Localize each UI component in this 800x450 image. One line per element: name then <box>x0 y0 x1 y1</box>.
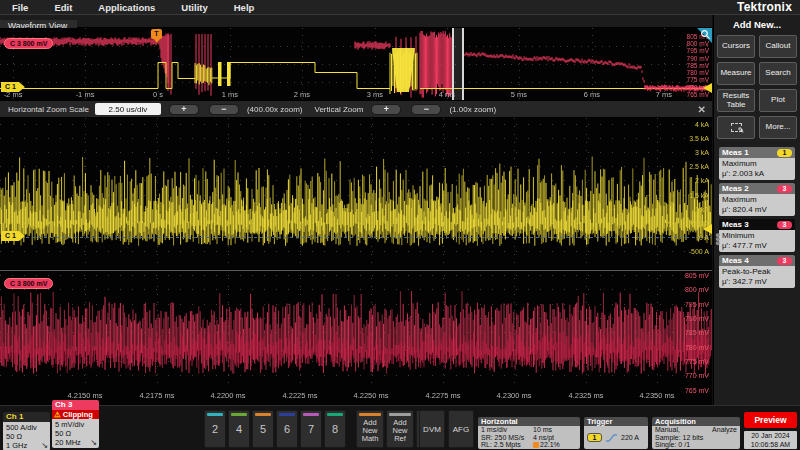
measurement-card[interactable]: Meas 43Peak-to-Peakμ': 342.7 mV <box>719 255 795 288</box>
sidebar-drag-handle[interactable]: ●●● <box>715 233 720 245</box>
overview-ch1-level-arrow[interactable] <box>703 83 712 93</box>
v-zoom-minus-button[interactable]: − <box>411 104 441 115</box>
menu-item-utility[interactable]: Utility <box>181 2 207 13</box>
measurement-card[interactable]: Meas 11Maximumμ': 2.003 kA <box>719 147 795 180</box>
v-zoom-label: Vertical Zoom <box>315 105 364 114</box>
measurement-type: Minimum <box>722 231 792 241</box>
v-zoom-plus-button[interactable]: + <box>371 104 401 115</box>
measurement-type: Maximum <box>722 159 792 169</box>
zoom-ch3-badge[interactable]: C 3 800 mV <box>4 278 53 289</box>
measurement-source-badge: 3 <box>777 257 792 265</box>
add-new-measure[interactable]: Measure <box>717 62 755 85</box>
ch3-badge[interactable]: Ch 3 ⚠ Clipping 5 mV/div 50 Ω 20 MHz ↘ <box>52 400 99 448</box>
channel-7-button[interactable]: 7 <box>300 410 322 448</box>
menu-item-file[interactable]: File <box>12 2 28 13</box>
zoom-trigger-level-arrow[interactable] <box>703 224 712 234</box>
waveform-area: Waveform View -2 ms-1 ms0 s1 ms2 ms3 ms4… <box>0 15 712 405</box>
channel-2-button[interactable]: 2 <box>204 410 226 448</box>
add-new-cursors[interactable]: Cursors <box>717 35 755 58</box>
tekscope-application: FileEditApplicationsUtilityHelp Tektroni… <box>0 0 800 450</box>
add-new-search[interactable]: Search <box>759 62 797 85</box>
add-new-more-[interactable]: More... <box>759 116 797 139</box>
overview-graph[interactable]: -2 ms-1 ms0 s1 ms2 ms3 ms4 ms5 ms6 ms7 m… <box>0 28 712 100</box>
trigger-source-badge: 1 <box>587 433 602 442</box>
trigger-panel[interactable]: Trigger 1 220 A <box>584 417 648 449</box>
ch3-scale: 5 mV/div <box>55 420 96 429</box>
menu-item-applications[interactable]: Applications <box>98 2 155 13</box>
dvm-button[interactable]: DVM <box>419 410 445 448</box>
channel-6-button[interactable]: 6 <box>276 410 298 448</box>
acquisition-panel-body: Manual,Analyze Sample: 12 bits Single: 0… <box>652 426 740 449</box>
h-trigger-position-value: 22.1% <box>540 441 560 448</box>
measurement-value: μ': 477.7 mV <box>722 241 792 251</box>
zoom-ch3-y-tick: 770 mV <box>685 372 709 379</box>
add-new-draw-a-box-button[interactable]: ✎ <box>717 116 755 139</box>
measurement-source-badge: 1 <box>777 149 792 157</box>
measurement-type: Peak-to-Peak <box>722 267 792 277</box>
h-zoom-minus-button[interactable]: − <box>209 104 239 115</box>
menu-item-help[interactable]: Help <box>234 2 255 13</box>
tektronix-logo: Tektronix <box>737 0 792 14</box>
close-zoom-icon[interactable]: ✕ <box>698 104 706 115</box>
zoomed-waveform-graph[interactable]: 4 kA3.5 kA3 kA2.5 kA2 kA1.5 kA1 kA500 A0… <box>0 118 712 405</box>
add-new-plot[interactable]: Plot <box>759 89 797 112</box>
h-record-length: RL: 2.5 Mpts <box>481 441 533 449</box>
menu-item-edit[interactable]: Edit <box>54 2 72 13</box>
overview-x-tick: 6 ms <box>584 90 600 99</box>
zoom-ch3-y-tick: 780 mV <box>685 344 709 351</box>
h-window: 10 ms <box>533 426 552 434</box>
time-value: 10:06:58 AM <box>744 441 797 450</box>
zoom-scale-bar: Horizontal Zoom Scale + − (400.00x zoom)… <box>0 100 712 118</box>
channel-4-button[interactable]: 4 <box>228 410 250 448</box>
trigger-position-marker[interactable]: T <box>151 29 162 39</box>
afg-button[interactable]: AFG <box>448 410 474 448</box>
horizontal-panel-body: 1 ms/div10 ms SR: 250 MS/s4 ns/pt RL: 2.… <box>478 426 580 449</box>
measurement-card[interactable]: Meas 33Minimumμ': 477.7 mV <box>719 219 795 252</box>
zoom-x-tick: 4.2175 ms <box>139 391 174 400</box>
ch1-badge[interactable]: Ch 1 500 A/div 50 Ω 1 GHz ↘ <box>3 412 50 450</box>
acq-sample: Sample: 12 bits <box>655 434 737 442</box>
acquisition-panel[interactable]: Acquisition Manual,Analyze Sample: 12 bi… <box>652 417 740 449</box>
zoom-x-tick: 4.2200 ms <box>210 391 245 400</box>
h-zoom-plus-button[interactable]: + <box>169 104 199 115</box>
h-trigger-position: 22.1% <box>533 441 560 449</box>
add-new-ref-button[interactable]: AddNewRef <box>386 410 414 448</box>
results-sidebar: ●●● Add New... CursorsCalloutMeasureSear… <box>713 15 800 405</box>
preview-button[interactable]: Preview <box>744 412 797 428</box>
horizontal-panel-title: Horizontal <box>478 417 580 426</box>
ch3-expand-arrow-icon[interactable]: ↘ <box>90 438 97 447</box>
trigger-panel-body: 1 220 A <box>584 426 648 449</box>
overview-ch3-badge[interactable]: C 3 800 mV <box>4 38 53 49</box>
h-zoom-scale-input[interactable] <box>95 103 161 115</box>
add-button-line: Math <box>362 435 379 443</box>
magnifier-icon <box>700 29 711 40</box>
horizontal-panel[interactable]: Horizontal 1 ms/div10 ms SR: 250 MS/s4 n… <box>478 417 580 449</box>
zoom-ch3-y-tick: 765 mV <box>685 387 709 394</box>
settings-bar: Ch 1 500 A/div 50 Ω 1 GHz ↘ Ch 3 ⚠ Clipp… <box>0 405 800 450</box>
add-new-math-button[interactable]: AddNewMath <box>356 410 384 448</box>
h-zoom-scale-label: Horizontal Zoom Scale <box>8 105 89 114</box>
zoom-ch3-y-tick: 785 mV <box>685 329 709 336</box>
measurement-list: Meas 11Maximumμ': 2.003 kAMeas 23Maximum… <box>714 147 800 288</box>
zoom-x-tick: 4.2300 ms <box>496 391 531 400</box>
channel-color-strip <box>207 413 223 416</box>
zoom-x-tick: 4.2225 ms <box>282 391 317 400</box>
add-new-callout[interactable]: Callout <box>759 35 797 58</box>
channel-8-button[interactable]: 8 <box>324 410 346 448</box>
menu-bar: FileEditApplicationsUtilityHelp Tektroni… <box>0 0 800 15</box>
h-resolution: 4 ns/pt <box>533 434 554 442</box>
menu-items: FileEditApplicationsUtilityHelp <box>0 2 254 13</box>
acq-analyze: Analyze <box>712 426 737 434</box>
zoom-ch3-y-tick: 790 mV <box>685 315 709 322</box>
ch1-badge-header: Ch 1 <box>3 412 50 422</box>
measurement-card[interactable]: Meas 23Maximumμ': 820.4 mV <box>719 183 795 216</box>
ch1-expand-arrow-icon[interactable]: ↘ <box>41 441 48 450</box>
ch3-clipping-warning: ⚠ Clipping <box>52 410 99 419</box>
channel-5-button[interactable]: 5 <box>252 410 274 448</box>
zoom-waveform-canvas[interactable] <box>0 118 712 388</box>
add-new-results-table[interactable]: Results Table <box>717 89 755 112</box>
tab-bar: Waveform View <box>0 15 712 28</box>
zoom-window-selector[interactable] <box>452 28 464 100</box>
zoom-overview-corner-icon[interactable] <box>697 28 712 43</box>
overview-waveform-canvas[interactable] <box>0 28 712 100</box>
